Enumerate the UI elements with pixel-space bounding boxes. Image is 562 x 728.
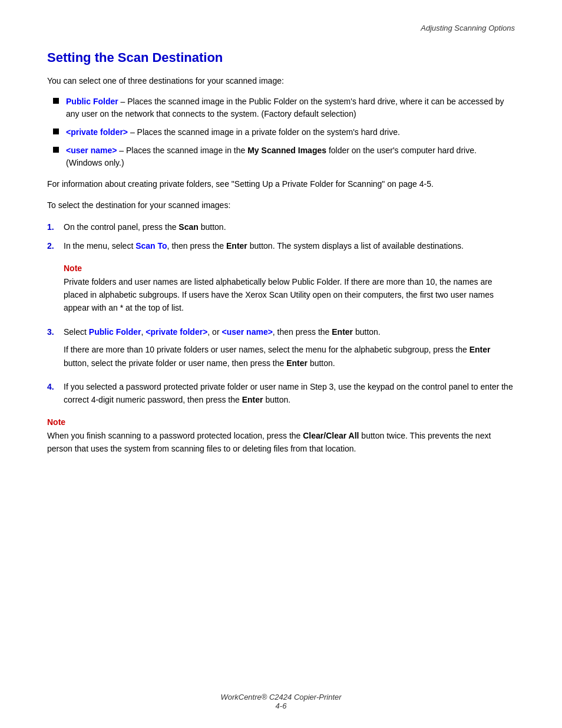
scan-to-link[interactable]: Scan To — [135, 241, 167, 251]
bullet-icon — [53, 147, 59, 153]
note-1-content: Private folders and user names are liste… — [64, 275, 515, 315]
step-3: 3. Select Public Folder, <private folder… — [47, 325, 515, 374]
intro-text: You can select one of three destinations… — [47, 75, 515, 87]
section-title: Setting the Scan Destination — [47, 50, 515, 65]
step-2-content: In the menu, select Scan To, then press … — [64, 239, 515, 252]
bullet-item-1: Public Folder – Places the scanned image… — [66, 95, 515, 120]
list-item: Public Folder – Places the scanned image… — [53, 95, 515, 120]
step-1: 1. On the control panel, press the Scan … — [47, 220, 515, 233]
steps-list: 1. On the control panel, press the Scan … — [47, 220, 515, 253]
para2-text: To select the destination for your scann… — [47, 200, 230, 210]
private-folder-link[interactable]: <private folder> — [66, 127, 128, 137]
step-4-content: If you selected a password protected pri… — [64, 380, 515, 407]
para1-text: For information about creating private f… — [47, 179, 434, 189]
bullet-icon — [53, 129, 59, 134]
step-4: 4. If you selected a password protected … — [47, 380, 515, 407]
footer-line2: 4-6 — [0, 701, 562, 710]
bullet-item-2-text: – Places the scanned image in a private … — [128, 127, 400, 137]
note-2-title: Note — [47, 417, 515, 427]
header-right: Adjusting Scanning Options — [47, 24, 515, 32]
footer: WorkCentre® C2424 Copier-Printer 4-6 — [0, 693, 562, 710]
step-1-num: 1. — [47, 220, 64, 233]
note-1-title: Note — [64, 263, 515, 273]
bullet-item-3-text: – Places the scanned image in the My Sca… — [66, 146, 477, 167]
list-item: <user name> – Places the scanned image i… — [53, 144, 515, 169]
bullet-item-2: <private folder> – Places the scanned im… — [66, 126, 515, 139]
bullet-item-3: <user name> – Places the scanned image i… — [66, 144, 515, 169]
user-name-link[interactable]: <user name> — [66, 146, 117, 155]
para1: For information about creating private f… — [47, 177, 515, 190]
step-3-content: Select Public Folder, <private folder>, … — [64, 325, 515, 374]
footer-line1: WorkCentre® C2424 Copier-Printer — [0, 693, 562, 701]
step-1-content: On the control panel, press the Scan but… — [64, 220, 515, 233]
private-folder-link-2[interactable]: <private folder> — [146, 327, 207, 337]
para2: To select the destination for your scann… — [47, 199, 515, 212]
public-folder-link[interactable]: Public Folder — [66, 97, 118, 106]
user-name-link-2[interactable]: <user name> — [222, 327, 272, 337]
steps-list-2: 3. Select Public Folder, <private folder… — [47, 325, 515, 407]
bullet-item-1-text: – Places the scanned image in the Public… — [66, 97, 504, 118]
step-2-num: 2. — [47, 239, 64, 252]
step-2: 2. In the menu, select Scan To, then pre… — [47, 239, 515, 252]
note-2: Note When you finish scanning to a passw… — [47, 417, 515, 456]
step-3-num: 3. — [47, 325, 64, 338]
note-1: Note Private folders and user names are … — [64, 263, 515, 315]
header-text: Adjusting Scanning Options — [421, 24, 515, 32]
step-4-num: 4. — [47, 380, 64, 393]
page: Adjusting Scanning Options Setting the S… — [0, 0, 562, 728]
list-item: <private folder> – Places the scanned im… — [53, 126, 515, 139]
bullet-icon — [53, 98, 59, 104]
public-folder-link-2[interactable]: Public Folder — [89, 327, 141, 337]
bullet-list: Public Folder – Places the scanned image… — [53, 95, 515, 169]
note-2-content: When you finish scanning to a password p… — [47, 429, 515, 456]
